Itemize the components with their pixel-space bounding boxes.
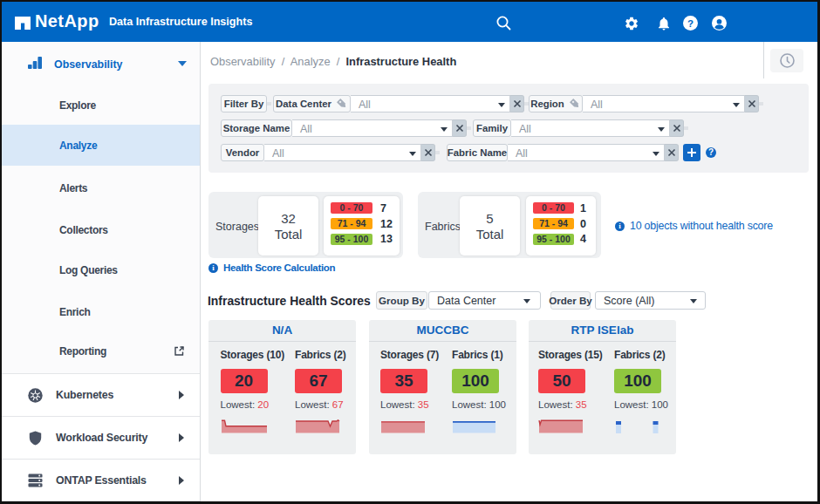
svg-text:?: ? bbox=[687, 18, 694, 29]
